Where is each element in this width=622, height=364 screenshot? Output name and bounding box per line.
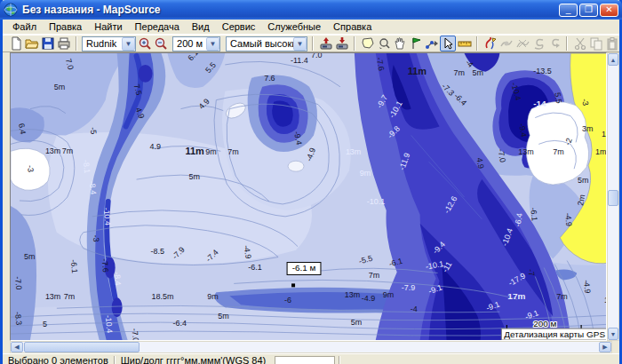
s-curve-arrow-icon bbox=[547, 36, 562, 51]
measure-ruler-icon bbox=[458, 36, 472, 51]
save-button[interactable] bbox=[40, 36, 55, 51]
depth-label: 7m bbox=[62, 146, 73, 155]
horizontal-scroll-thumb[interactable] bbox=[24, 342, 140, 352]
depth-label: -7.0 bbox=[13, 276, 23, 290]
map-product-combobox[interactable]: Rudnik ▼ bbox=[82, 36, 136, 51]
menu-item-2[interactable]: Найти bbox=[88, 20, 128, 33]
route-edit-button-4[interactable] bbox=[546, 36, 562, 51]
zoom-in-button[interactable] bbox=[137, 36, 152, 51]
scroll-up-arrow-icon[interactable]: ▲ bbox=[608, 53, 618, 66]
menu-item-7[interactable]: Справка bbox=[327, 20, 378, 33]
depth-label: 5m bbox=[188, 172, 199, 181]
depth-label: -7.0 bbox=[131, 328, 140, 340]
depth-label: 1m bbox=[595, 147, 606, 156]
send-to-device-button[interactable] bbox=[318, 36, 333, 51]
map-svg: 5m7.07.54.96.15.56.4-54.9-11.47.07.611m-… bbox=[11, 53, 607, 340]
toolbar-separator bbox=[566, 36, 568, 51]
toolbar-separator bbox=[476, 36, 478, 51]
print-icon bbox=[57, 36, 71, 51]
vertical-scrollbar[interactable]: ▲ ▼ bbox=[607, 52, 619, 341]
paste-button[interactable] bbox=[604, 36, 619, 51]
menu-item-5[interactable]: Сервис bbox=[216, 20, 262, 33]
depth-label: 13m bbox=[345, 290, 360, 299]
new-document-button[interactable] bbox=[8, 36, 23, 51]
menu-item-6[interactable]: Служебные bbox=[261, 20, 327, 33]
depth-label: -8.5 bbox=[151, 247, 164, 256]
vertical-scroll-thumb[interactable] bbox=[608, 190, 618, 206]
print-button[interactable] bbox=[56, 36, 71, 51]
depth-label: 11m bbox=[185, 146, 204, 156]
depth-label: 13m bbox=[45, 146, 60, 155]
s-curve-icon bbox=[531, 36, 546, 51]
depth-label: 11m bbox=[408, 66, 427, 76]
recalculate-route-button[interactable] bbox=[482, 36, 498, 51]
depth-label: 2m bbox=[576, 194, 586, 206]
zoom-scale-combobox[interactable]: 200 м ▼ bbox=[172, 36, 220, 51]
detail-level-combobox[interactable]: Самый высокий ▼ bbox=[226, 36, 307, 51]
depth-label: 5m bbox=[218, 312, 228, 320]
paste-clipboard-icon bbox=[605, 36, 619, 51]
depth-label: 9m bbox=[207, 292, 218, 301]
depth-label: -8.1 bbox=[82, 160, 92, 174]
selection-arrow-tool-button[interactable] bbox=[440, 36, 456, 51]
pan-hand-tool-button[interactable] bbox=[392, 36, 407, 51]
depth-label: 13m bbox=[45, 292, 60, 301]
map-select-tool-button[interactable] bbox=[360, 36, 375, 51]
depth-label: 5 bbox=[43, 320, 47, 328]
horizontal-scrollbar[interactable]: ◀ ▶ bbox=[10, 341, 612, 353]
receive-from-device-icon bbox=[335, 36, 349, 51]
measure-ruler-tool-button[interactable] bbox=[457, 36, 472, 51]
close-button[interactable]: ✕ bbox=[600, 4, 618, 17]
depth-label: -7.9 bbox=[402, 283, 415, 292]
scroll-left-arrow-icon[interactable]: ◀ bbox=[11, 342, 23, 352]
menu-item-4[interactable]: Вид bbox=[186, 20, 216, 33]
menu-item-1[interactable]: Правка bbox=[43, 20, 88, 33]
depth-label: 9m bbox=[205, 147, 216, 156]
depth-label: 9m bbox=[383, 290, 394, 299]
scroll-down-arrow-icon[interactable]: ▼ bbox=[608, 328, 618, 340]
depth-label: -6.4 bbox=[172, 319, 186, 328]
title-bar[interactable]: Без названия - MapSource _ ❐ ✕ bbox=[0, 0, 622, 20]
save-icon bbox=[41, 36, 55, 51]
receive-from-device-button[interactable] bbox=[334, 36, 349, 51]
menu-item-3[interactable]: Передача bbox=[129, 20, 186, 33]
depth-label: -11.4 bbox=[291, 56, 308, 65]
map-viewport[interactable]: 5m7.07.54.96.15.56.4-54.9-11.47.07.611m-… bbox=[10, 52, 607, 341]
route-edit-button-2[interactable] bbox=[514, 36, 530, 51]
depth-label: -10.1 bbox=[367, 197, 385, 206]
zoom-tool-button[interactable] bbox=[376, 36, 391, 51]
minimize-button[interactable]: _ bbox=[559, 4, 578, 17]
zoom-scale-value: 200 м bbox=[173, 38, 206, 49]
route-edit-button-3[interactable] bbox=[530, 36, 546, 51]
chevron-down-icon[interactable]: ▼ bbox=[293, 37, 307, 51]
status-bar: Выбрано 0 элементов Шир/долг гггг°мм.ммм… bbox=[3, 353, 619, 364]
depth-label: -6.1 bbox=[69, 259, 79, 273]
cut-button[interactable] bbox=[572, 36, 587, 51]
zoom-out-button[interactable] bbox=[153, 36, 168, 51]
chevron-down-icon[interactable]: ▼ bbox=[122, 37, 135, 51]
open-file-button[interactable] bbox=[24, 36, 39, 51]
waypoint-flag-tool-button[interactable] bbox=[408, 36, 423, 51]
gps-detail-button[interactable]: Детализация карты GPS bbox=[501, 328, 607, 340]
chevron-down-icon[interactable]: ▼ bbox=[206, 37, 219, 51]
toolbar: Rudnik ▼ 200 м ▼ Самый высокий ▼ bbox=[3, 35, 619, 52]
copy-button[interactable] bbox=[588, 36, 603, 51]
copy-pages-icon bbox=[589, 36, 603, 51]
restore-button[interactable]: ❐ bbox=[579, 4, 598, 17]
depth-label: 7m bbox=[227, 147, 238, 156]
selection-count-status: Выбрано 0 элементов bbox=[3, 355, 114, 364]
route-tool-icon bbox=[425, 36, 439, 51]
depth-label: 7m bbox=[553, 147, 563, 156]
depth-label: 7.6 bbox=[264, 74, 275, 83]
depth-label: -8.4 bbox=[88, 180, 98, 194]
toolbar-separator bbox=[354, 36, 355, 51]
depth-label: 4.9 bbox=[474, 157, 485, 170]
route-squiggle-icon bbox=[499, 36, 514, 51]
scroll-right-arrow-icon[interactable]: ▶ bbox=[599, 342, 611, 352]
depth-label: 18.5 bbox=[604, 296, 607, 305]
depth-label: 7.0 bbox=[311, 53, 322, 59]
route-edit-button-1[interactable] bbox=[498, 36, 514, 51]
route-tool-button[interactable] bbox=[424, 36, 439, 51]
cut-scissors-icon bbox=[573, 36, 587, 51]
menu-item-0[interactable]: Файл bbox=[6, 20, 43, 33]
